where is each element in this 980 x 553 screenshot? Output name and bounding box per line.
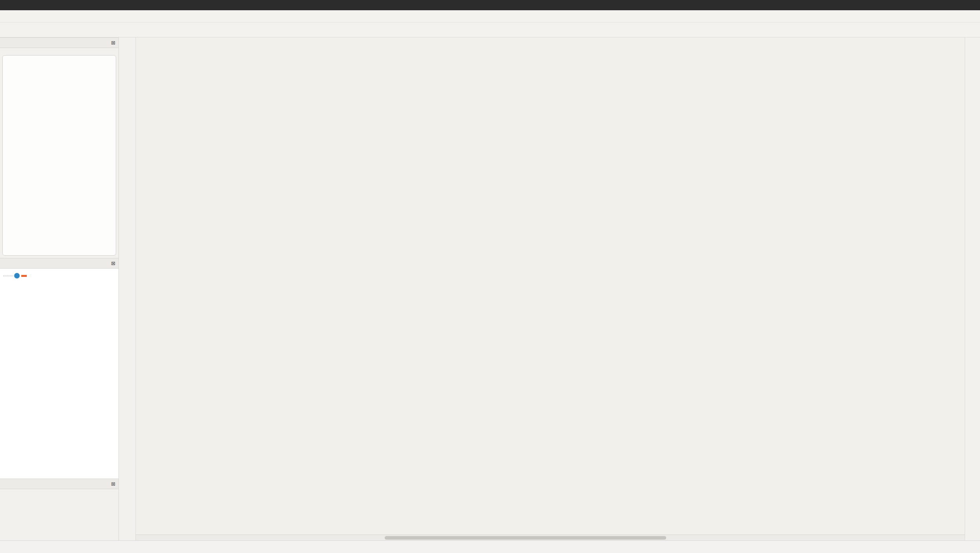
- title-bar: [0, 0, 980, 10]
- right-tools-toolbar: [965, 37, 980, 540]
- horizontal-scrollbar[interactable]: [136, 534, 965, 540]
- properties-message: [0, 48, 119, 53]
- hierarchy-tree: [0, 269, 119, 479]
- hierarchy-root-label[interactable]: [21, 275, 27, 277]
- left-options-toolbar: [119, 37, 136, 540]
- close-icon[interactable]: ⊠: [111, 260, 115, 266]
- hierarchy-pane: ⊠: [0, 258, 119, 479]
- selection-filter-list: [0, 489, 119, 494]
- status-bar: [0, 540, 980, 553]
- close-icon[interactable]: ⊠: [111, 481, 115, 487]
- close-icon[interactable]: ⊠: [111, 40, 115, 46]
- sheet-node-icon: [14, 273, 20, 278]
- selection-filter-pane: ⊠: [0, 479, 119, 540]
- menu-bar: [0, 10, 980, 22]
- hierarchy-pane-header: ⊠: [0, 258, 119, 269]
- application-window: ⊠ ⊠: [0, 0, 980, 553]
- properties-pane-header: ⊠: [0, 37, 119, 48]
- properties-empty-body: [2, 55, 116, 256]
- properties-pane: ⊠: [0, 37, 119, 258]
- main-toolbar: [0, 22, 980, 37]
- canvas-column: [136, 37, 965, 540]
- schematic-canvas[interactable]: [136, 37, 965, 534]
- horizontal-scrollbar-thumb[interactable]: [385, 536, 667, 540]
- selection-filter-header: ⊠: [0, 479, 119, 489]
- hierarchy-root-row[interactable]: [0, 271, 119, 280]
- tree-branch-line: [3, 276, 13, 276]
- left-panel: ⊠ ⊠: [0, 37, 119, 540]
- main-area: ⊠ ⊠: [0, 37, 980, 540]
